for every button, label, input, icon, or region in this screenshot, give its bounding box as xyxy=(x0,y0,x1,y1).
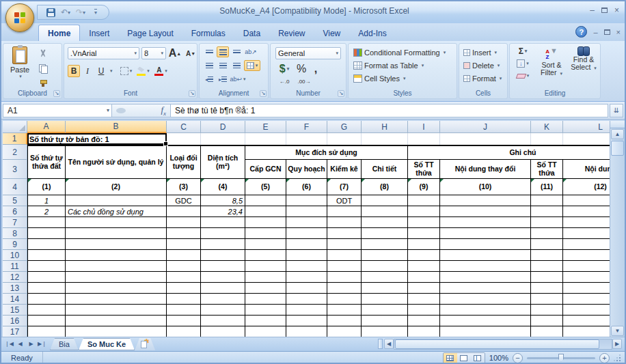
expand-formula-bar-button[interactable]: ⇊ xyxy=(610,104,623,117)
cell-B12[interactable] xyxy=(66,272,167,283)
row-header-10[interactable]: 10 xyxy=(3,250,27,261)
align-left-button[interactable] xyxy=(203,60,215,71)
insert-function-button[interactable]: fx xyxy=(161,104,166,117)
font-size-combo[interactable]: 8▾ xyxy=(141,47,166,59)
cell-B8[interactable] xyxy=(66,228,167,239)
cell-F3[interactable]: Quy hoạch xyxy=(286,160,327,179)
copy-button[interactable] xyxy=(36,62,50,74)
cell-B5[interactable] xyxy=(66,195,167,206)
number-format-combo[interactable]: General▾ xyxy=(275,47,341,59)
cell-I14[interactable] xyxy=(408,294,440,305)
cell-A9[interactable] xyxy=(27,239,66,250)
cell-A7[interactable] xyxy=(27,217,66,228)
cell-A5[interactable]: 1 xyxy=(27,195,66,206)
cell-C17[interactable] xyxy=(167,326,201,337)
horizontal-scrollbar[interactable] xyxy=(394,339,612,350)
tab-review[interactable]: Review xyxy=(269,25,314,41)
cell-E12[interactable] xyxy=(245,272,286,283)
cell-I8[interactable] xyxy=(408,228,440,239)
bottom-align-button[interactable] xyxy=(230,46,243,57)
bold-button[interactable]: B xyxy=(68,65,80,77)
cell-E15[interactable] xyxy=(245,305,286,316)
column-header-K[interactable]: K xyxy=(531,121,563,133)
cell-D5[interactable]: 8,5 xyxy=(201,195,245,206)
cell-F13[interactable] xyxy=(286,283,327,294)
zoom-level[interactable]: 100% xyxy=(489,354,508,362)
cell-L4[interactable]: (12) xyxy=(563,179,610,195)
cell-L7[interactable] xyxy=(563,217,610,228)
cell-F8[interactable] xyxy=(286,228,327,239)
previous-sheet-button[interactable]: ◀ xyxy=(15,339,25,349)
cell-H14[interactable] xyxy=(362,294,408,305)
select-all-button[interactable] xyxy=(3,121,27,133)
increase-decimal-button[interactable]: ←.0 xyxy=(275,76,293,87)
tab-home[interactable]: Home xyxy=(38,25,80,41)
delete-cells-button[interactable]: Delete▾ xyxy=(462,59,503,72)
cell-C1[interactable] xyxy=(167,133,201,145)
page-break-view-button[interactable] xyxy=(471,353,485,363)
zoom-slider[interactable] xyxy=(527,357,595,359)
sheet-tab-bia[interactable]: Bia xyxy=(50,338,79,350)
column-header-J[interactable]: J xyxy=(440,121,531,133)
row-header-15[interactable]: 15 xyxy=(3,305,27,316)
cell-I2[interactable]: Ghi chú xyxy=(408,145,610,160)
cell-D16[interactable] xyxy=(201,316,245,326)
cell-K1[interactable] xyxy=(531,133,563,145)
align-right-button[interactable] xyxy=(230,60,243,71)
cell-C13[interactable] xyxy=(167,283,201,294)
cell-G13[interactable] xyxy=(327,283,362,294)
save-button[interactable] xyxy=(44,6,57,18)
top-align-button[interactable] xyxy=(203,46,215,57)
cell-D2[interactable]: Diện tích (m²) xyxy=(201,145,245,179)
row-header-3[interactable]: 3 xyxy=(3,160,27,179)
cell-H17[interactable] xyxy=(362,326,408,337)
cell-K3[interactable]: Số TT thửa xyxy=(531,160,563,179)
cell-J1[interactable] xyxy=(440,133,531,145)
cell-H8[interactable] xyxy=(362,228,408,239)
cell-G15[interactable] xyxy=(327,305,362,316)
cell-J7[interactable] xyxy=(440,217,531,228)
cell-D1[interactable] xyxy=(201,133,245,145)
name-box[interactable]: A1▾ xyxy=(3,104,112,117)
cell-K10[interactable] xyxy=(531,250,563,261)
underline-button[interactable]: U xyxy=(95,65,107,77)
cell-L15[interactable] xyxy=(563,305,610,316)
name-box-resize-handle[interactable] xyxy=(116,108,126,113)
cell-L5[interactable] xyxy=(563,195,610,206)
cell-C12[interactable] xyxy=(167,272,201,283)
zoom-slider-handle[interactable] xyxy=(558,354,564,362)
cell-styles-button[interactable]: Cell Styles▾ xyxy=(352,72,447,85)
cell-E17[interactable] xyxy=(245,326,286,337)
cell-K6[interactable] xyxy=(531,206,563,217)
font-dialog-launcher[interactable]: ↘ xyxy=(189,90,195,97)
row-header-2[interactable]: 2 xyxy=(3,145,27,160)
cell-G14[interactable] xyxy=(327,294,362,305)
cell-D13[interactable] xyxy=(201,283,245,294)
vertical-scrollbar[interactable]: ▲ ▼ xyxy=(610,121,625,337)
resize-grip[interactable] xyxy=(614,354,621,361)
cell-B14[interactable] xyxy=(66,294,167,305)
cell-F4[interactable]: (6) xyxy=(286,179,327,195)
scroll-up-button[interactable]: ▲ xyxy=(611,129,624,139)
alignment-dialog-launcher[interactable]: ↘ xyxy=(260,90,267,97)
row-header-17[interactable]: 17 xyxy=(3,326,27,337)
help-button[interactable]: ? xyxy=(575,26,587,38)
cell-D9[interactable] xyxy=(201,239,245,250)
cell-K13[interactable] xyxy=(531,283,563,294)
customize-qat-button[interactable]: ▾ xyxy=(90,6,102,18)
cell-G1[interactable] xyxy=(327,133,362,145)
cell-G3[interactable]: Kiểm kê xyxy=(327,160,362,179)
cell-H12[interactable] xyxy=(362,272,408,283)
vertical-scroll-track[interactable] xyxy=(610,156,625,325)
cell-J12[interactable] xyxy=(440,272,531,283)
paste-button[interactable]: Paste ▾ xyxy=(7,46,33,89)
cell-B9[interactable] xyxy=(66,239,167,250)
cell-L10[interactable] xyxy=(563,250,610,261)
name-box-dropdown-icon[interactable]: ▾ xyxy=(107,107,109,113)
cell-C9[interactable] xyxy=(167,239,201,250)
cell-I17[interactable] xyxy=(408,326,440,337)
cell-E13[interactable] xyxy=(245,283,286,294)
cell-E9[interactable] xyxy=(245,239,286,250)
cell-L6[interactable] xyxy=(563,206,610,217)
cell-F16[interactable] xyxy=(286,316,327,326)
